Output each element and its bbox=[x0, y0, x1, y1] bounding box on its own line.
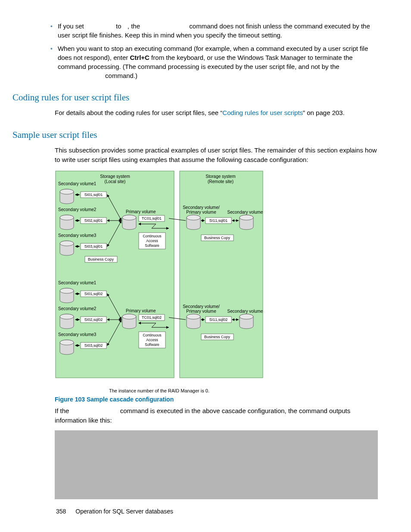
svg-text:Secondary volume/: Secondary volume/ bbox=[183, 304, 220, 309]
svg-text:SI02,sql02: SI02,sql02 bbox=[84, 317, 103, 322]
sample-para: This subsection provides some practical … bbox=[55, 146, 382, 165]
bullet-text: If you set to , the command does not fin… bbox=[58, 22, 382, 40]
local-title: Storage system bbox=[100, 174, 130, 179]
svg-text:Secondary volume1: Secondary volume1 bbox=[58, 181, 97, 186]
bullet-icon: • bbox=[50, 45, 53, 80]
svg-text:Secondary volume3: Secondary volume3 bbox=[58, 332, 97, 337]
svg-text:Access: Access bbox=[146, 239, 158, 243]
bullet-item: • When you want to stop an executing com… bbox=[50, 44, 382, 80]
svg-rect-3 bbox=[180, 171, 263, 378]
figure-caption: Figure 103 Sample cascade configuration bbox=[55, 396, 386, 403]
figure-cascade-config: Storage system (Local site) Storage syst… bbox=[55, 170, 386, 386]
svg-text:Secondary volume1: Secondary volume1 bbox=[58, 280, 97, 285]
after-figure-para: If the command is executed in the above … bbox=[55, 406, 382, 425]
code-output-block bbox=[55, 430, 378, 499]
heading-coding-rules: Coding rules for user script files bbox=[12, 92, 386, 103]
svg-text:Business Copy: Business Copy bbox=[204, 236, 230, 240]
svg-text:Business Copy: Business Copy bbox=[88, 257, 114, 261]
svg-text:(Local site): (Local site) bbox=[105, 179, 126, 184]
svg-text:Secondary volume: Secondary volume bbox=[227, 309, 263, 314]
heading-sample-scripts: Sample user script files bbox=[12, 130, 386, 140]
svg-text:SI01,sql02: SI01,sql02 bbox=[84, 292, 103, 296]
bullet-list: • If you set to , the command does not f… bbox=[50, 22, 382, 80]
page-number: 358 bbox=[56, 508, 66, 515]
raid-note: The instance number of the RAID Manager … bbox=[55, 388, 264, 393]
svg-text:Primary volume: Primary volume bbox=[186, 309, 216, 314]
remote-title: Storage system bbox=[206, 174, 235, 179]
page-footer: 358 Operation for SQL Server databases bbox=[56, 508, 173, 515]
bullet-icon: • bbox=[50, 22, 53, 40]
svg-text:Secondary volume2: Secondary volume2 bbox=[58, 306, 97, 311]
svg-text:SI01,sql01: SI01,sql01 bbox=[84, 193, 103, 197]
svg-text:Software: Software bbox=[145, 342, 159, 347]
svg-text:(Remote site): (Remote site) bbox=[208, 179, 234, 184]
svg-text:SI03,sql02: SI03,sql02 bbox=[84, 343, 103, 348]
svg-text:TC01,sql01: TC01,sql01 bbox=[142, 216, 162, 221]
coding-rules-para: For details about the coding rules for u… bbox=[55, 108, 382, 118]
bullet-text: When you want to stop an executing comma… bbox=[58, 44, 382, 80]
svg-text:SI11,sql02: SI11,sql02 bbox=[209, 317, 228, 322]
svg-text:Secondary volume3: Secondary volume3 bbox=[58, 233, 97, 238]
svg-text:Access: Access bbox=[146, 338, 158, 342]
svg-text:SI11,sql01: SI11,sql01 bbox=[209, 218, 228, 223]
link-coding-rules[interactable]: Coding rules for user scripts bbox=[222, 109, 303, 116]
cascade-diagram-svg: Storage system (Local site) Storage syst… bbox=[55, 170, 264, 386]
svg-text:Continuous: Continuous bbox=[143, 333, 161, 337]
svg-text:Continuous: Continuous bbox=[143, 234, 161, 238]
svg-text:TC01,sql02: TC01,sql02 bbox=[142, 315, 162, 320]
svg-text:Primary volume: Primary volume bbox=[186, 210, 216, 215]
bullet-item: • If you set to , the command does not f… bbox=[50, 22, 382, 40]
svg-text:Secondary volume: Secondary volume bbox=[227, 210, 263, 215]
svg-text:Primary volume: Primary volume bbox=[126, 209, 156, 214]
svg-text:Software: Software bbox=[145, 243, 159, 248]
svg-text:SI03,sql01: SI03,sql01 bbox=[84, 244, 103, 249]
svg-text:Secondary volume2: Secondary volume2 bbox=[58, 207, 97, 212]
svg-text:Secondary volume/: Secondary volume/ bbox=[183, 205, 220, 210]
footer-title: Operation for SQL Server databases bbox=[75, 508, 173, 515]
svg-text:SI02,sql01: SI02,sql01 bbox=[84, 218, 103, 223]
svg-text:Business Copy: Business Copy bbox=[204, 335, 230, 339]
svg-text:Primary volume: Primary volume bbox=[126, 308, 156, 313]
